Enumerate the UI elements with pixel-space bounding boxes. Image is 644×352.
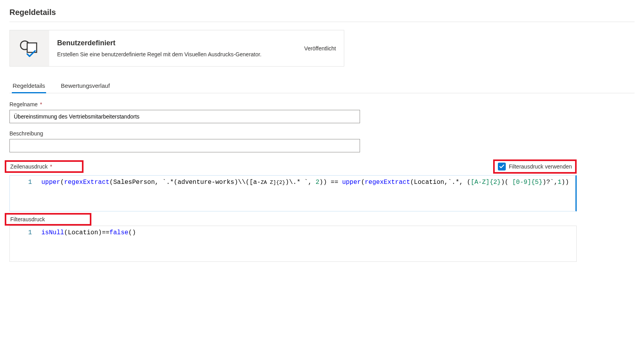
line-number: 1 — [10, 176, 41, 211]
tok: ( — [109, 179, 113, 186]
tok: ( — [361, 179, 365, 186]
page-title: Regeldetails — [9, 8, 635, 17]
tok: ZA Z]{2} — [261, 180, 285, 185]
tok: )) — [561, 179, 569, 186]
tok: `.*, ( — [448, 179, 471, 186]
row-expression-editor[interactable]: 1 upper(regexExtract(SalesPerson, `.*(ad… — [9, 175, 577, 211]
tok: , — [155, 179, 162, 186]
tok: )) — [319, 179, 327, 186]
tok: == — [102, 229, 109, 236]
description-label: Beschreibung — [9, 130, 360, 137]
tok: [0-9]{5} — [512, 179, 543, 186]
check-icon — [499, 164, 505, 169]
filter-checkbox-label: Filterausdruck verwenden — [509, 163, 572, 170]
rule-name-input[interactable] — [9, 110, 360, 123]
custom-rule-icon — [19, 40, 40, 57]
rule-type-card: Benutzerdefiniert Erstellen Sie eine ben… — [9, 30, 344, 67]
tab-evaluation-history[interactable]: Bewertungsverlauf — [60, 78, 111, 93]
tok: )\.* ` — [285, 179, 308, 186]
filter-expression-editor[interactable]: 1 isNull(Location)==false() — [9, 226, 577, 262]
filter-expression-code[interactable]: isNull(Location)==false() — [41, 226, 140, 261]
tok: Location — [68, 229, 98, 236]
tok: SalesPerson — [113, 179, 155, 186]
filter-checkbox-wrap[interactable]: Filterausdruck verwenden — [493, 159, 577, 174]
card-title: Benutzerdefiniert — [57, 39, 262, 47]
tok: )( — [501, 179, 512, 186]
filter-expression-section: Filterausdruck 1 isNull(Location)==false… — [9, 215, 577, 262]
tok: )?` — [542, 179, 554, 186]
description-input[interactable] — [9, 139, 360, 152]
tok: () — [128, 229, 136, 236]
rule-name-label: Regelname * — [9, 101, 360, 107]
tok: upper — [342, 179, 361, 186]
tok: , — [308, 179, 316, 186]
tok: ) — [98, 229, 102, 236]
filter-checkbox[interactable] — [498, 163, 506, 170]
tok: regexExtract — [365, 179, 410, 186]
filter-expression-label: Filterausdruck — [5, 213, 91, 226]
tok: isNull — [41, 229, 64, 236]
tok: Location — [414, 179, 444, 186]
tok: regexExtract — [64, 179, 109, 186]
tok: == — [327, 179, 342, 186]
tok: ( — [410, 179, 414, 186]
row-expression-code[interactable]: upper(regexExtract(SalesPerson, `.*(adve… — [41, 176, 573, 211]
required-indicator: * — [50, 163, 52, 170]
row-expression-section: Zeilenausdruck * Filterausdruck verwende… — [9, 159, 577, 211]
row-expression-label: Zeilenausdruck * — [5, 160, 84, 173]
line-number: 1 — [10, 226, 41, 261]
tok: [A-Z]{2} — [471, 179, 501, 186]
required-indicator: * — [40, 101, 42, 107]
tok: [a- — [249, 179, 261, 186]
card-status: Veröffentlicht — [304, 45, 336, 52]
description-section: Beschreibung — [9, 130, 360, 152]
tok: 2 — [316, 179, 319, 186]
rule-name-section: Regelname * — [9, 101, 360, 123]
tok: `.*(adventure-works)\\( — [162, 179, 249, 186]
divider — [9, 22, 635, 22]
tok: , — [444, 179, 448, 186]
filter-expression-label-text: Filterausdruck — [10, 216, 45, 222]
tok: ( — [64, 229, 68, 236]
tok: false — [109, 229, 128, 236]
tok: ( — [60, 179, 64, 186]
rule-type-icon-box — [10, 30, 49, 66]
tab-rule-details[interactable]: Regeldetails — [12, 78, 46, 93]
tok: upper — [41, 179, 60, 186]
row-expression-label-text: Zeilenausdruck — [10, 163, 48, 170]
tabs: Regeldetails Bewertungsverlauf — [9, 78, 635, 93]
tok: 1 — [558, 179, 562, 186]
tok: , — [554, 179, 558, 186]
card-description: Erstellen Sie eine benutzerdefinierte Re… — [57, 51, 262, 57]
rule-name-label-text: Regelname — [9, 101, 38, 107]
